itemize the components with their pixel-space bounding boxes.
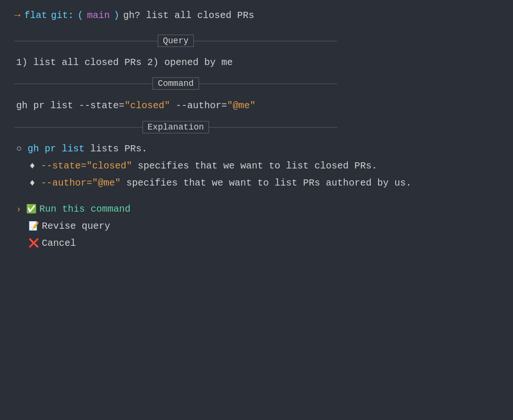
prompt-command: gh? list all closed PRs <box>123 10 254 21</box>
explanation-item-1: ○ gh pr list lists PRs. <box>16 142 499 156</box>
prompt-line: → flat git:(main) gh? list all closed PR… <box>14 9 499 21</box>
query-text: 1) list all closed PRs 2) opened by me <box>16 56 499 70</box>
explanation-item-2-text: --state="closed" specifies that we want … <box>41 159 377 173</box>
prompt-dir: flat <box>24 10 47 21</box>
exp-text-3: specifies that we want to list PRs autho… <box>121 177 411 188</box>
run-icon: ✅ <box>26 203 37 216</box>
exp-text-1: lists PRs. <box>85 143 147 154</box>
explanation-content: ○ gh pr list lists PRs. ♦ --state="close… <box>14 142 499 190</box>
action-run[interactable]: › ✅ Run this command <box>16 202 499 217</box>
actions-list: › ✅ Run this command 📝 Revise query ❌ Ca… <box>14 202 499 251</box>
exp-text-2: specifies that we want to list closed PR… <box>132 160 377 171</box>
query-label: Query <box>158 35 194 47</box>
prompt-git-label: git: <box>51 10 74 21</box>
exp-author-flag: --author="@me" <box>41 177 121 188</box>
action-selected-arrow: › <box>16 203 21 216</box>
command-text: gh pr list --state="closed" --author="@m… <box>16 98 499 113</box>
bullet-diamond-icon-1: ♦ <box>29 159 35 173</box>
action-unselected-space-1 <box>16 219 26 234</box>
explanation-label: Explanation <box>142 121 209 133</box>
command-label: Command <box>152 77 199 90</box>
bullet-diamond-icon-2: ♦ <box>29 176 35 190</box>
explanation-item-1-text: gh pr list lists PRs. <box>28 142 147 156</box>
action-unselected-space-2 <box>16 236 26 251</box>
explanation-item-3: ♦ --author="@me" specifies that we want … <box>16 176 499 190</box>
query-divider: Query <box>14 35 337 47</box>
explanation-divider: Explanation <box>14 121 337 133</box>
action-run-label: Run this command <box>39 202 131 217</box>
prompt-branch-open: ( <box>77 10 83 21</box>
command-divider-right <box>199 84 337 84</box>
prompt-arrow: → <box>14 9 20 21</box>
action-revise-label: Revise query <box>42 219 110 234</box>
command-content: gh pr list --state="closed" --author="@m… <box>14 98 499 113</box>
exp-gh-pr-list: gh pr list <box>28 143 85 154</box>
action-cancel[interactable]: ❌ Cancel <box>16 236 499 251</box>
cmd-part-author-value: "@me" <box>227 100 256 111</box>
cmd-part-base: gh pr list --state= <box>16 100 124 111</box>
explanation-item-3-text: --author="@me" specifies that we want to… <box>41 176 411 190</box>
cmd-part-state-value: "closed" <box>124 100 170 111</box>
cmd-part-author-flag: --author= <box>170 100 227 111</box>
explanation-divider-left <box>14 127 142 128</box>
prompt-branch-close: ) <box>114 10 119 21</box>
query-content: 1) list all closed PRs 2) opened by me <box>14 56 499 70</box>
prompt-branch-name: main <box>87 10 110 21</box>
command-divider-left <box>14 84 152 84</box>
explanation-item-2: ♦ --state="closed" specifies that we wan… <box>16 159 499 173</box>
action-revise[interactable]: 📝 Revise query <box>16 219 499 234</box>
command-divider: Command <box>14 77 337 90</box>
bullet-circle-icon: ○ <box>16 142 22 156</box>
revise-icon: 📝 <box>28 220 39 233</box>
divider-line-left <box>14 41 158 41</box>
exp-state-flag: --state="closed" <box>41 160 132 171</box>
action-cancel-label: Cancel <box>42 236 76 251</box>
explanation-divider-right <box>209 127 337 128</box>
cancel-icon: ❌ <box>28 237 39 251</box>
divider-line-right <box>194 41 337 41</box>
